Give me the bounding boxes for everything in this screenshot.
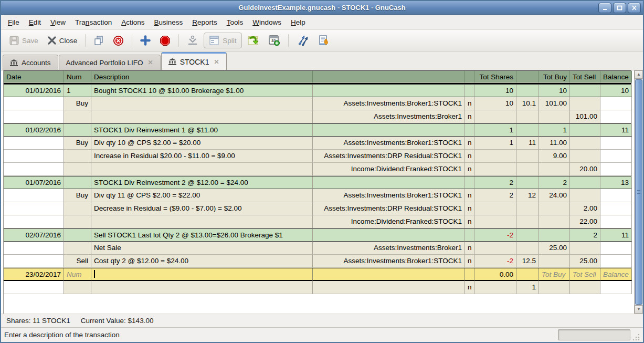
cell-sell[interactable] <box>570 150 600 163</box>
transfer-button[interactable] <box>244 33 263 48</box>
cell-shares[interactable]: -2 <box>474 229 516 242</box>
cell-num[interactable]: Buy <box>64 189 91 202</box>
jump-button[interactable] <box>293 33 313 48</box>
cell-shares[interactable] <box>474 202 516 215</box>
blank-transaction-button[interactable] <box>183 33 202 48</box>
cell-balance[interactable]: 11 <box>600 124 632 137</box>
cell-sell[interactable] <box>570 124 600 137</box>
cell-buy[interactable]: 9.00 <box>539 150 570 163</box>
header-tot-sell[interactable]: Tot Sell <box>570 71 600 83</box>
cell-shares[interactable] <box>474 215 516 228</box>
cell-desc[interactable] <box>91 110 313 123</box>
cell-account[interactable] <box>313 268 465 281</box>
cell-buy[interactable] <box>539 163 570 176</box>
cell-balance[interactable]: 10 <box>600 85 632 97</box>
header-balance[interactable]: Balance <box>600 71 632 83</box>
cell-buy[interactable]: 25.00 <box>539 242 570 255</box>
menu-item-transaction[interactable]: Transaction <box>70 16 117 29</box>
schedule-button[interactable]: 31 <box>265 33 284 48</box>
cell-price[interactable]: 11 <box>516 137 539 150</box>
cell-n[interactable]: n <box>465 110 474 123</box>
cell-desc[interactable]: Net Sale <box>91 242 313 255</box>
cell-balance[interactable]: Balance <box>600 268 632 281</box>
header-reconcile[interactable] <box>465 71 474 83</box>
header-date[interactable]: Date <box>4 71 64 83</box>
delete-button[interactable] <box>109 33 128 48</box>
linked-document-button[interactable] <box>314 33 333 48</box>
cell-desc[interactable] <box>91 215 313 228</box>
cell-sell[interactable]: 2 <box>570 229 600 242</box>
cell-n[interactable] <box>465 268 474 281</box>
cell-shares[interactable]: 10 <box>474 85 516 97</box>
header-description[interactable]: Description <box>91 71 313 83</box>
cell-sell[interactable] <box>570 176 600 189</box>
cancel-button[interactable] <box>156 33 174 48</box>
cell-n[interactable]: n <box>465 255 474 268</box>
cell-num[interactable]: Buy <box>64 97 91 110</box>
menu-item-edit[interactable]: Edit <box>24 16 46 29</box>
cell-shares[interactable]: 2 <box>474 189 516 202</box>
cell-shares[interactable] <box>474 150 516 163</box>
cell-n[interactable]: n <box>465 281 474 294</box>
cell-num[interactable] <box>64 110 91 123</box>
cell-sell[interactable]: Tot Sell <box>570 268 600 281</box>
tab-advanced-portfolio-lifo[interactable]: Advanced Portfolio LIFO ✕ <box>59 55 161 70</box>
tab-accounts[interactable]: Accounts <box>3 55 58 70</box>
cell-num[interactable] <box>64 242 91 255</box>
cell-desc[interactable] <box>91 268 313 281</box>
cell-num[interactable] <box>64 163 91 176</box>
cell-balance[interactable] <box>600 110 632 123</box>
cell-account[interactable]: Assets:Investments:Broker1:STOCK1 <box>313 97 465 110</box>
cell-balance[interactable] <box>600 242 632 255</box>
cell-sell[interactable] <box>570 137 600 150</box>
cell-balance[interactable] <box>600 189 632 202</box>
cell-date[interactable] <box>4 255 64 268</box>
maximize-button[interactable] <box>613 3 626 13</box>
cell-n[interactable]: n <box>465 215 474 228</box>
cell-date[interactable]: 23/02/2017 <box>4 268 64 281</box>
cell-num[interactable] <box>64 281 91 294</box>
cell-n[interactable]: n <box>465 137 474 150</box>
title-bar[interactable]: GuideInvestExample.gnucash - STOCK1 - Gn… <box>1 1 643 15</box>
cell-date[interactable] <box>4 150 64 163</box>
cell-buy[interactable] <box>539 215 570 228</box>
scroll-down-button[interactable]: ▼ <box>635 305 643 314</box>
cell-desc[interactable]: STOCK1 Div Reinvestment 1 @ $11.00 <box>91 124 313 137</box>
cell-price[interactable]: 12.5 <box>516 255 539 268</box>
cell-account[interactable] <box>313 176 465 189</box>
cell-buy[interactable]: 101.00 <box>539 97 570 110</box>
cell-sell[interactable] <box>570 281 600 294</box>
cell-price[interactable]: 12 <box>516 189 539 202</box>
cell-price[interactable] <box>516 85 539 97</box>
cell-account[interactable]: Assets:Investments:DRP Residual:STOCK1 <box>313 202 465 215</box>
cell-num[interactable] <box>64 229 91 242</box>
cell-num[interactable]: Sell <box>64 255 91 268</box>
cell-date[interactable] <box>4 189 64 202</box>
cell-shares[interactable] <box>474 281 516 294</box>
menu-item-actions[interactable]: Actions <box>117 16 149 29</box>
cell-balance[interactable] <box>600 150 632 163</box>
scroll-up-button[interactable]: ▲ <box>635 70 643 79</box>
cell-desc[interactable]: Sell STOCK1 Last lot Qty 2 @ $13.00=$26.… <box>91 229 313 242</box>
cell-buy[interactable] <box>539 229 570 242</box>
cell-account[interactable] <box>313 281 465 294</box>
cell-date[interactable]: 01/02/2016 <box>4 124 64 137</box>
resize-grip[interactable] <box>633 334 640 340</box>
header-price[interactable] <box>516 71 539 83</box>
cell-buy[interactable] <box>539 110 570 123</box>
cell-account[interactable]: Assets:Investments:Broker1:STOCK1 <box>313 189 465 202</box>
cell-sell[interactable] <box>570 85 600 97</box>
cell-desc[interactable]: Cost qty 2 @ $12.00 = $24.00 <box>91 255 313 268</box>
cell-date[interactable]: 01/01/2016 <box>4 85 64 97</box>
cell-num[interactable] <box>64 202 91 215</box>
cell-buy[interactable]: 24.00 <box>539 189 570 202</box>
menu-item-view[interactable]: View <box>46 16 70 29</box>
cell-date[interactable] <box>4 242 64 255</box>
cell-shares[interactable]: 10 <box>474 97 516 110</box>
cell-num[interactable] <box>64 215 91 228</box>
cell-desc[interactable]: Decrease in Residual = ($9.00 - $7.00) =… <box>91 202 313 215</box>
cell-sell[interactable]: 20.00 <box>570 163 600 176</box>
cell-balance[interactable] <box>600 97 632 110</box>
cell-price[interactable] <box>516 215 539 228</box>
save-button[interactable]: Save <box>5 33 42 48</box>
